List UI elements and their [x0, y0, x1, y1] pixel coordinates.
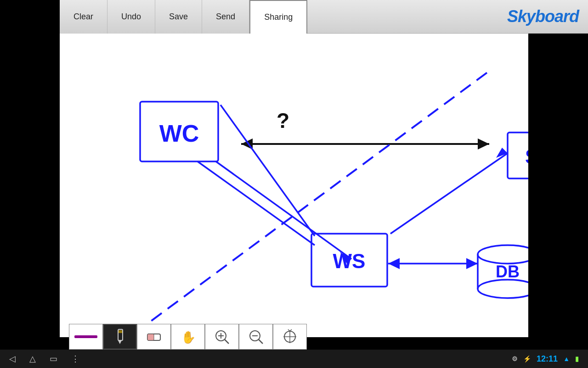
- svg-point-7: [478, 280, 528, 298]
- zoom-out-button[interactable]: [239, 324, 273, 350]
- svg-point-6: [478, 245, 528, 264]
- undo-button[interactable]: Undo: [107, 0, 155, 34]
- zoom-in-button[interactable]: [205, 324, 239, 350]
- left-sidebar: [0, 0, 60, 368]
- send-button[interactable]: Send: [202, 0, 249, 34]
- svg-rect-28: [119, 330, 122, 333]
- time-display: 12:11: [537, 354, 558, 364]
- svg-text:✋: ✋: [181, 330, 196, 345]
- fit-tool-button[interactable]: [273, 324, 307, 350]
- svg-text:S3: S3: [525, 145, 528, 168]
- drawing-canvas[interactable]: WC S3 WS DB ?: [60, 34, 528, 337]
- svg-line-33: [225, 339, 229, 344]
- wifi-icon: ▲: [563, 355, 570, 362]
- battery-icon: ▮: [575, 355, 579, 362]
- svg-line-19: [390, 153, 508, 234]
- svg-line-15: [145, 73, 487, 326]
- status-bar: ⚙ ⚡ 12:11 ▲ ▮: [512, 354, 579, 364]
- eraser-tool-button[interactable]: [137, 324, 171, 350]
- svg-rect-25: [74, 335, 97, 338]
- svg-line-18: [220, 105, 315, 236]
- clear-button[interactable]: Clear: [60, 0, 107, 34]
- color-swatch-button[interactable]: [69, 324, 103, 350]
- app-logo: Skyboard: [507, 7, 579, 26]
- svg-marker-23: [466, 258, 478, 269]
- svg-rect-30: [147, 334, 154, 340]
- usb-icon: ⚡: [523, 355, 531, 362]
- tool-palette: ✋: [69, 324, 307, 350]
- svg-line-24: [198, 161, 315, 245]
- android-nav-bar: ◁ △ ▭ ⋮ ⚙ ⚡ 12:11 ▲ ▮: [0, 350, 588, 368]
- svg-text:WC: WC: [159, 120, 199, 147]
- svg-text:DB: DB: [496, 262, 520, 281]
- svg-marker-27: [118, 340, 122, 344]
- pen-tool-button[interactable]: [103, 324, 137, 350]
- hand-tool-button[interactable]: ✋: [171, 324, 205, 350]
- top-toolbar: Clear Undo Save Send Sharing Skyboard: [60, 0, 588, 34]
- back-button[interactable]: ◁: [9, 354, 16, 364]
- svg-line-16: [216, 161, 351, 259]
- android-icon: ⚙: [512, 355, 518, 362]
- home-button[interactable]: △: [29, 354, 36, 364]
- svg-text:?: ?: [277, 109, 289, 132]
- svg-marker-13: [478, 138, 489, 150]
- recents-button[interactable]: ▭: [50, 354, 57, 364]
- svg-marker-22: [388, 258, 400, 269]
- save-button[interactable]: Save: [155, 0, 202, 34]
- svg-line-37: [259, 339, 263, 344]
- menu-button[interactable]: ⋮: [71, 354, 79, 364]
- sharing-button[interactable]: Sharing: [249, 0, 307, 34]
- nav-buttons: ◁ △ ▭ ⋮: [9, 354, 79, 364]
